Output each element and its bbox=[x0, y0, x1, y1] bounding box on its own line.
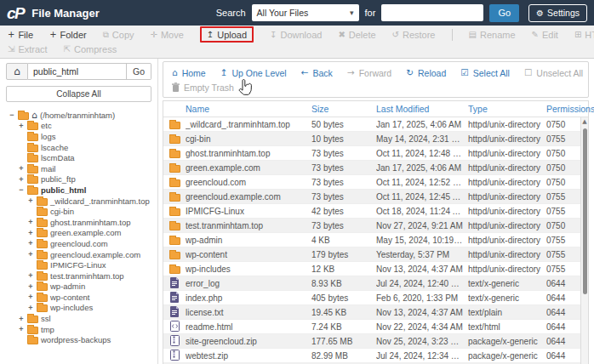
table-row-error-log[interactable]: error_log8.93 KBJul 24, 2024, 12:40 PMte… bbox=[163, 276, 588, 291]
column-header-permissions[interactable]: Permissions bbox=[546, 104, 594, 114]
back-button[interactable]: ←Back bbox=[301, 68, 333, 78]
expand-icon[interactable]: + bbox=[27, 239, 34, 247]
back-icon: ← bbox=[301, 68, 309, 77]
expand-icon[interactable]: + bbox=[18, 175, 25, 184]
table-row-wildcard-tranminhtam-top[interactable]: _wildcard_.tranminhtam.top50 bytesJan 17… bbox=[163, 117, 588, 132]
home-path-button[interactable]: ⌂ bbox=[6, 63, 28, 80]
perms-cell: 0755 bbox=[546, 192, 579, 202]
tree-item-label: ghost.tranminhtam.top bbox=[50, 218, 131, 227]
expand-icon[interactable]: + bbox=[27, 196, 34, 205]
tree-item-wordpress-backups[interactable]: wordpress-backups bbox=[6, 334, 151, 345]
column-header-type[interactable]: Type bbox=[468, 104, 546, 114]
column-header-size[interactable]: Size bbox=[311, 104, 376, 114]
upload-button[interactable]: ↥Upload bbox=[200, 26, 254, 43]
size-cell: 7.24 KB bbox=[311, 322, 376, 332]
folder-icon bbox=[169, 208, 180, 216]
size-cell: 177.65 MB bbox=[311, 337, 376, 346]
expand-icon[interactable]: + bbox=[27, 304, 34, 312]
table-row-wp-admin[interactable]: wp-admin4 KBMay 15, 2024, 10:19 AMhttpd/… bbox=[163, 233, 588, 247]
tree-item-lscache[interactable]: lscache bbox=[6, 142, 151, 153]
column-header-last-modified[interactable]: Last Modified bbox=[376, 104, 468, 114]
file-icon bbox=[170, 277, 180, 290]
tree-item-public-ftp[interactable]: +public_ftp bbox=[6, 174, 151, 185]
table-row-license-txt[interactable]: license.txt19.45 KBNov 13, 2024, 4:37 AM… bbox=[163, 305, 588, 320]
table-row-site-greencloud-zip[interactable]: site-greencloud.zip177.65 MBNov 25, 2024… bbox=[163, 334, 588, 349]
settings-button[interactable]: ⚙ Settings bbox=[528, 4, 587, 22]
tree-item-test-tranminhtam-top[interactable]: +test.tranminhtam.top bbox=[6, 270, 151, 282]
search-scope-select[interactable]: All Your Files ▾ bbox=[252, 4, 359, 21]
rename-button: ▤Rename bbox=[469, 30, 516, 40]
tree-item-green-example-com[interactable]: +green.example.com bbox=[6, 228, 151, 239]
table-row-green-example-com[interactable]: green.example.com73 bytesJan 17, 2025, 4… bbox=[163, 161, 588, 175]
path-input[interactable] bbox=[28, 63, 127, 80]
html-editor-icon: ⊞ bbox=[574, 31, 581, 39]
folder-button[interactable]: +Folder bbox=[49, 30, 87, 40]
expand-icon[interactable]: + bbox=[27, 293, 34, 301]
table-row-ghost-tranminhtam-top[interactable]: ghost.tranminhtam.top73 bytesOct 11, 202… bbox=[163, 146, 588, 161]
file-type-icon-cell bbox=[163, 292, 186, 304]
tree-item-wildcard-tranminhtam-top[interactable]: +_wildcard_.tranminhtam.top bbox=[6, 196, 151, 207]
forward-button: →Forward bbox=[347, 68, 391, 78]
tree-item-greencloud-com[interactable]: +greencloud.com bbox=[6, 238, 151, 249]
select-all-label: Select All bbox=[473, 68, 510, 78]
perms-cell: 0644 bbox=[546, 293, 579, 303]
tree-item-cgi-bin[interactable]: cgi-bin bbox=[6, 206, 151, 217]
tree-item-lscmdata[interactable]: lscmData bbox=[6, 152, 151, 163]
extract-label: Extract bbox=[18, 44, 47, 54]
file-type-icon-cell bbox=[163, 207, 186, 216]
expand-icon[interactable]: + bbox=[27, 250, 34, 259]
tree-item-ipmicfg-linux[interactable]: IPMICFG-Linux bbox=[6, 259, 151, 270]
type-cell: httpd/unix-directory bbox=[468, 192, 546, 202]
table-row-wp-includes[interactable]: wp-includes12 KBNov 13, 2024, 4:37 AMhtt… bbox=[163, 262, 588, 276]
tree-item-public-html[interactable]: −public_html bbox=[6, 185, 151, 196]
folder-icon bbox=[169, 252, 180, 259]
tree-item-ssl[interactable]: +ssl bbox=[6, 313, 151, 324]
table-row-greencloud-example-com[interactable]: greencloud.example.com73 bytesOct 11, 20… bbox=[163, 190, 588, 204]
file-button[interactable]: +File bbox=[8, 30, 33, 40]
table-row-ipmicfg-linux[interactable]: IPMICFG-Linux42 bytesOct 18, 2024, 11:24… bbox=[163, 204, 588, 219]
expand-icon[interactable]: + bbox=[27, 282, 34, 291]
select-all-button[interactable]: ☑Select All bbox=[460, 68, 510, 78]
table-row-greencloud-com[interactable]: greencloud.com73 bytesOct 11, 2024, 12:5… bbox=[163, 175, 588, 190]
collapse-all-button[interactable]: Collapse All bbox=[6, 86, 151, 102]
up-one-level-button[interactable]: ↥Up One Level bbox=[220, 68, 287, 78]
file-type-icon-cell bbox=[163, 163, 186, 173]
tree-item-home-tranminhtam[interactable]: −⌂(/home/tranminhtam) bbox=[6, 110, 151, 121]
table-row-wp-content[interactable]: wp-content179 bytesYesterday, 5:37 PMhtt… bbox=[163, 247, 588, 262]
expand-icon[interactable]: + bbox=[18, 315, 25, 323]
tree-item-wp-admin[interactable]: +wp-admin bbox=[6, 282, 151, 293]
expand-icon[interactable]: + bbox=[27, 271, 34, 280]
home-button[interactable]: ⌂Home bbox=[172, 68, 206, 78]
expand-icon[interactable]: + bbox=[27, 229, 34, 237]
expand-icon[interactable]: + bbox=[27, 218, 34, 226]
tree-item-logs[interactable]: logs bbox=[6, 131, 151, 142]
tree-item-mail[interactable]: +mail bbox=[6, 163, 151, 174]
table-row-cgi-bin[interactable]: cgi-bin10 bytesMay 14, 2024, 2:31 PMhttp… bbox=[163, 132, 588, 146]
table-row-index-php[interactable]: index.php405 bytesFeb 6, 2020, 1:33 PMte… bbox=[163, 291, 588, 305]
tree-item-ghost-tranminhtam-top[interactable]: +ghost.tranminhtam.top bbox=[6, 217, 151, 228]
scroll-up-arrow-icon[interactable]: ▲ bbox=[581, 117, 588, 126]
expand-icon[interactable]: + bbox=[18, 325, 25, 333]
table-row-test-tranminhtam-top[interactable]: test.tranminhtam.top73 bytesNov 27, 2024… bbox=[163, 219, 588, 233]
tree-item-wp-includes[interactable]: +wp-includes bbox=[6, 303, 151, 314]
collapse-icon[interactable]: − bbox=[9, 111, 15, 119]
table-row-readme-html[interactable]: readme.html7.24 KBNov 22, 2024, 4:34 AMt… bbox=[163, 320, 588, 334]
tree-item-etc[interactable]: +etc bbox=[6, 121, 151, 132]
expand-icon[interactable]: + bbox=[18, 122, 25, 130]
scrollbar-thumb[interactable] bbox=[583, 128, 587, 294]
search-go-button[interactable]: Go bbox=[489, 4, 519, 22]
collapse-icon[interactable]: − bbox=[18, 185, 25, 194]
file-type-icon-cell bbox=[163, 120, 186, 129]
copy-icon: ⧉ bbox=[103, 31, 109, 39]
tree-item-wp-content[interactable]: +wp-content bbox=[6, 292, 151, 303]
table-row-webtest-zip[interactable]: webtest.zip82.99 MBJul 24, 2024, 12:34 P… bbox=[163, 349, 588, 363]
reload-button[interactable]: ↻Reload bbox=[406, 68, 446, 78]
perms-cell: 0750 bbox=[546, 120, 579, 129]
vertical-scrollbar[interactable]: ▲ bbox=[580, 117, 588, 364]
tree-item-greencloud-example-com[interactable]: +greencloud.example.com bbox=[6, 249, 151, 260]
search-input[interactable] bbox=[381, 4, 483, 21]
expand-icon[interactable]: + bbox=[18, 164, 25, 173]
path-go-button[interactable]: Go bbox=[127, 63, 151, 80]
column-header-name[interactable]: Name bbox=[186, 104, 311, 114]
tree-item-tmp[interactable]: +tmp bbox=[6, 324, 151, 335]
